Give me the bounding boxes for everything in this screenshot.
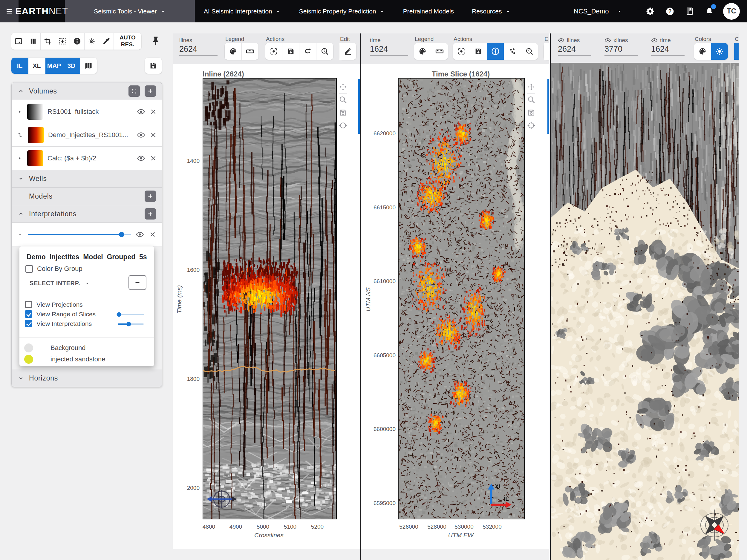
field-value[interactable]: 1624 [651,45,685,54]
colormap-swatch-hot[interactable] [28,127,44,143]
colormap-swatch-hot[interactable] [27,150,43,166]
autoscale-button[interactable] [338,119,349,132]
zoom-reset-button[interactable] [521,43,538,60]
zoom-tool-button[interactable] [338,94,349,106]
toggle-map-view[interactable]: MAP [45,58,63,74]
section-wells[interactable]: Wells [12,170,162,188]
center-view-button[interactable] [265,43,282,60]
zoom-tool-button[interactable] [526,94,537,106]
dot-grid-button[interactable] [84,33,99,50]
select-interp-dropdown[interactable]: SELECT INTERP. [30,280,90,287]
close-icon[interactable] [149,231,157,238]
notifications-button[interactable] [703,5,715,17]
volume-calculator-button[interactable] [128,85,140,97]
colormap-button[interactable] [414,43,431,60]
add-model-button[interactable] [145,191,156,202]
ilines-field[interactable]: ilines 2624 [179,37,217,56]
scatter-points-button[interactable] [504,43,521,60]
sort-arrows-icon[interactable] [17,131,24,139]
nav-item-resources[interactable]: Resources [463,0,520,22]
eyedropper-button[interactable] [99,33,114,50]
panel-scroll-indicator[interactable] [547,79,549,134]
visibility-eye-icon[interactable] [137,108,145,116]
download-plot-button[interactable] [526,106,537,119]
section-horizons[interactable]: Horizons [12,369,162,387]
layout-columns-button[interactable] [26,33,41,50]
xlines-field-3d[interactable]: xlines 3770 [604,37,638,56]
interpretation-item-row[interactable] [12,223,162,246]
add-volume-button[interactable] [145,85,156,97]
crop-button[interactable] [41,33,55,50]
field-value[interactable]: 2624 [179,45,217,54]
nav-item-ai-seismic-interpretation[interactable]: AI Seismic Interpretation [195,0,290,22]
edit-button[interactable] [544,43,549,60]
auto-resolution-button[interactable]: AUTO RES. [114,33,141,50]
help-button[interactable] [664,5,676,17]
time-field[interactable]: time 1624 [370,37,408,56]
colormap-swatch-grayscale[interactable] [27,104,43,120]
range-slider[interactable] [118,314,144,315]
visibility-eye-icon[interactable] [136,230,144,239]
lasso-button[interactable] [300,43,316,60]
color-by-group-checkbox[interactable] [25,265,33,273]
volume-row-rs1001-fullstack[interactable]: RS1001_fullstack [12,100,162,123]
eye-icon[interactable] [651,37,658,44]
camera-button[interactable] [734,43,739,60]
zoom-reset-button[interactable] [316,43,333,60]
edit-button[interactable] [339,43,356,60]
basemap-button[interactable] [80,58,97,74]
toggle-inline-view[interactable]: IL [11,58,28,74]
section-interpretations[interactable]: Interpretations [12,205,162,223]
nav-item-seismic-property-prediction[interactable]: Seismic Property Prediction [290,0,394,22]
section-volumes[interactable]: Volumes [12,82,162,100]
panel-divider[interactable] [550,33,551,560]
colormap-button[interactable] [694,43,711,60]
lighting-button[interactable] [711,43,728,60]
close-icon[interactable] [149,108,157,115]
settings-button[interactable] [644,5,656,17]
panel-scroll-indicator[interactable] [358,79,360,134]
close-icon[interactable] [149,131,157,139]
autoscale-button[interactable] [526,119,537,132]
field-value[interactable]: 1624 [370,45,408,54]
field-value[interactable]: 2624 [558,45,591,54]
view-range-checkbox[interactable] [25,310,32,318]
visibility-eye-icon[interactable] [137,131,145,139]
close-icon[interactable] [149,154,157,162]
pin-toolbar-button[interactable] [150,35,161,47]
opacity-slider[interactable] [28,234,131,235]
save-view-button[interactable] [145,58,162,74]
scale-button[interactable] [431,43,448,60]
inline-seismic-canvas[interactable] [203,78,337,519]
view-interpretations-checkbox[interactable] [25,320,32,327]
grid-crosshair-button[interactable] [55,33,70,50]
pan-tool-button[interactable] [526,81,537,93]
docs-button[interactable] [684,5,696,17]
caret-right-icon[interactable] [17,155,23,162]
remove-interp-button[interactable] [128,275,147,290]
visibility-eye-icon[interactable] [137,154,145,162]
user-avatar[interactable]: TC [723,3,740,20]
field-value[interactable]: 3770 [604,45,638,54]
info-button[interactable] [70,33,84,50]
view-projections-checkbox[interactable] [25,301,32,308]
toggle-3d-view[interactable]: 3D [63,58,80,74]
add-interpretation-button[interactable] [145,208,156,219]
toggle-crossline-view[interactable]: XL [28,58,45,74]
section-models[interactable]: Models [12,188,162,205]
scale-button[interactable] [242,43,258,60]
caret-down-icon[interactable] [17,232,23,237]
time-slice-canvas[interactable] [398,78,525,519]
nav-item-seismic-tools-viewer[interactable]: Seismic Tools - Viewer [65,0,195,22]
three-d-scene-canvas[interactable] [551,63,739,560]
panel-divider[interactable] [360,33,361,560]
download-plot-button[interactable] [338,106,349,119]
colormap-button[interactable] [225,43,242,60]
caret-right-icon[interactable] [17,108,23,115]
eye-icon[interactable] [558,37,564,44]
time-field-3d[interactable]: time 1624 [651,37,685,56]
ilines-field-3d[interactable]: ilines 2624 [558,37,591,56]
nav-item-pretrained-models[interactable]: Pretrained Models [394,0,463,22]
center-view-button[interactable] [453,43,470,60]
save-slice-button[interactable] [282,43,300,60]
